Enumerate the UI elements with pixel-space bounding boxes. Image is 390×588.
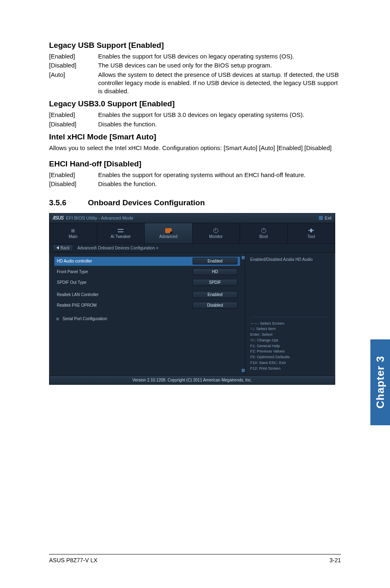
power-icon [261,228,266,233]
def-desc: Enables the support for USB devices on l… [98,52,341,61]
scroll-down-icon[interactable] [242,369,245,372]
def-row: [Auto] Allows the system to detect the p… [49,71,341,96]
scroll-up-icon[interactable] [242,256,245,259]
tab-ai-tweaker[interactable]: Ai Tweaker [97,223,145,243]
key-help-line: ↑↓: Select Item [250,326,330,332]
back-button[interactable]: Back [53,245,73,251]
setting-value[interactable]: HD [193,268,238,275]
def-term: [Disabled] [49,180,98,188]
setting-front-panel[interactable]: Front Panel Type HD [54,267,240,276]
setting-value[interactable]: Disabled [193,302,238,309]
tab-label: Ai Tweaker [111,234,131,239]
tab-boot[interactable]: Boot [240,223,288,243]
list-icon: ≣ [71,228,75,233]
bios-window: /ISUS EFI BIOS Utility - Advanced Mode E… [49,213,335,385]
setting-label: Front Panel Type [57,269,88,274]
tab-monitor[interactable]: Monitor [193,223,240,243]
setting-spdif[interactable]: SPDIF Out Type SPDIF [54,278,240,287]
exit-label: Exit [325,216,332,220]
def-term: [Disabled] [49,120,98,128]
setting-pxe[interactable]: Realtek PXE OPROM Disabled [54,301,240,310]
def-row: [Enabled] Enables the support for USB de… [49,52,341,61]
sliders-icon [118,228,123,233]
tab-label: Main [69,234,78,239]
key-help-line: F5: Optimized Defaults [250,354,330,360]
chapter-tab: Chapter 3 [370,339,390,425]
setting-value[interactable]: Enabled [193,258,238,265]
def-desc: Enables the support for operating system… [98,171,341,179]
tab-label: Tool [307,234,315,239]
heading-legacy-usb: Legacy USB Support [Enabled] [49,41,341,50]
bios-footer: Version 2.10.1208. Copyright (C) 2011 Am… [49,375,335,384]
setting-label: HD Audio controller [57,259,92,263]
key-help: →←: Select Screen ↑↓: Select Item Enter:… [250,317,330,371]
setting-label: Realtek LAN Controller [57,292,99,297]
section-number: 3.5.6 [49,198,88,207]
bios-settings-panel: HD Audio controller Enabled Front Panel … [49,253,245,375]
key-help-line: F1: General Help [250,343,330,349]
footer-page-number: 3-21 [329,557,341,563]
body-text-xhci: Allows you to select the Intel xHCI Mode… [49,144,341,152]
section-title: Onboard Devices Configuration [88,198,205,207]
setting-value[interactable]: Enabled [193,291,238,298]
back-arrow-icon [56,246,59,249]
def-row: [Disabled] Disables the function. [49,180,341,188]
scrollbar[interactable] [242,256,244,372]
def-term: [Enabled] [49,52,98,61]
bios-titlebar: /ISUS EFI BIOS Utility - Advanced Mode E… [49,213,335,223]
exit-icon [319,216,323,220]
setting-lan[interactable]: Realtek LAN Controller Enabled [54,290,240,299]
wrench-icon [308,229,314,233]
key-help-line: F2: Previous Values [250,348,330,354]
page-footer: ASUS P8Z77-V LX 3-21 [49,554,341,563]
setting-hd-audio[interactable]: HD Audio controller Enabled [54,257,240,266]
section-heading-onboard: 3.5.6 Onboard Devices Configuration [49,198,341,207]
heading-ehci: EHCI Hand-off [Disabled] [49,159,341,168]
key-help-line: →←: Select Screen [250,321,330,326]
tab-label: Advanced [159,234,177,239]
tab-tool[interactable]: Tool [288,223,335,243]
key-help-line: +/-: Change Opt. [250,337,330,343]
breadcrumb-path: Advanced\ Onboard Devices Configuration … [77,246,158,250]
key-help-line: F12: Print Screen [250,366,330,371]
key-help-line: Enter: Select [250,332,330,337]
def-term: [Disabled] [49,61,98,70]
tab-advanced[interactable]: Advanced [145,223,193,243]
chip-icon [165,228,172,233]
footer-product: ASUS P8Z77-V LX [49,557,97,563]
tab-label: Boot [259,234,268,239]
key-help-line: F10: Save ESC: Exit [250,360,330,366]
def-desc: The USB devices can be used only for the… [98,61,341,70]
bios-tabs: ≣ Main Ai Tweaker Advanced Monitor Boot [49,223,335,244]
def-term: [Enabled] [49,111,98,119]
setting-label: SPDIF Out Type [57,280,87,285]
def-row: [Disabled] The USB devices can be used o… [49,61,341,70]
monitor-icon [213,228,218,233]
tab-main[interactable]: ≣ Main [49,223,97,243]
setting-label: Realtek PXE OPROM [57,303,96,307]
exit-button[interactable]: Exit [319,216,332,220]
chevron-right-icon: > [55,316,60,321]
help-description: Enabled/Disabled Azalia HD Audio [250,257,330,262]
def-row: [Enabled] Enables the support for USB 3.… [49,111,341,119]
def-desc: Enables the support for USB 3.0 devices … [98,111,341,119]
setting-serial-port[interactable]: > Serial Port Configuration [54,315,240,323]
heading-legacy-usb3: Legacy USB3.0 Support [Enabled] [49,99,341,108]
bios-help-panel: Enabled/Disabled Azalia HD Audio →←: Sel… [245,253,335,375]
asus-logo: /ISUS [53,215,63,221]
back-label: Back [61,246,69,250]
def-term: [Auto] [49,71,98,96]
def-row: [Disabled] Disables the function. [49,120,341,128]
bios-breadcrumb: Back Advanced\ Onboard Devices Configura… [49,244,335,253]
setting-value[interactable]: SPDIF [193,279,238,286]
def-desc: Disables the function. [98,120,341,128]
def-desc: Allows the system to detect the presence… [98,71,341,96]
def-row: [Enabled] Enables the support for operat… [49,171,341,179]
tab-label: Monitor [209,234,223,239]
def-term: [Enabled] [49,171,98,179]
setting-label: Serial Port Configuration [63,316,107,321]
def-desc: Disables the function. [98,180,341,188]
heading-xhci: Intel xHCI Mode [Smart Auto] [49,132,341,141]
bios-title: EFI BIOS Utility - Advanced Mode [66,215,133,220]
